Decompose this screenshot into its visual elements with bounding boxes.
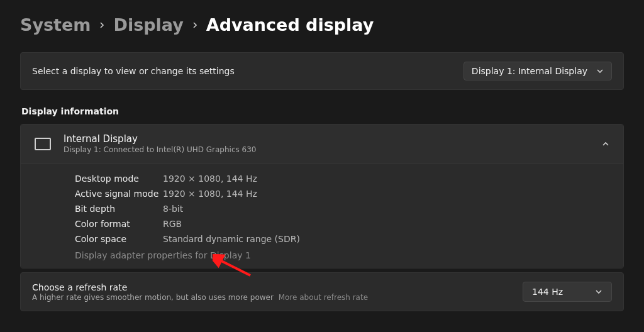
info-row-bit-depth: Bit depth 8-bit <box>75 201 623 216</box>
monitor-icon <box>35 138 51 150</box>
display-info-body: Desktop mode 1920 × 1080, 144 Hz Active … <box>21 163 623 268</box>
chevron-down-icon <box>595 288 602 296</box>
breadcrumb-display[interactable]: Display <box>113 15 183 35</box>
info-row-active-signal: Active signal mode 1920 × 1080, 144 Hz <box>75 186 623 201</box>
display-subtitle: Display 1: Connected to Intel(R) UHD Gra… <box>64 145 589 154</box>
info-label: Desktop mode <box>75 174 163 184</box>
breadcrumb: System Display Advanced display <box>20 15 624 35</box>
info-value: 1920 × 1080, 144 Hz <box>163 174 257 184</box>
breadcrumb-system[interactable]: System <box>20 15 91 35</box>
display-adapter-properties-link[interactable]: Display adapter properties for Display 1 <box>75 250 251 260</box>
display-selector-dropdown[interactable]: Display 1: Internal Display <box>464 62 612 80</box>
refresh-rate-desc-text: A higher rate gives smoother motion, but… <box>32 293 274 302</box>
display-info-header[interactable]: Internal Display Display 1: Connected to… <box>21 124 623 163</box>
refresh-rate-desc: A higher rate gives smoother motion, but… <box>32 293 368 302</box>
breadcrumb-advanced-display: Advanced display <box>206 15 374 35</box>
info-label: Active signal mode <box>75 189 163 199</box>
info-row-color-space: Color space Standard dynamic range (SDR) <box>75 231 623 246</box>
chevron-up-icon <box>602 140 609 148</box>
select-display-panel: Select a display to view or change its s… <box>20 52 624 90</box>
display-info-card: Internal Display Display 1: Connected to… <box>20 124 624 268</box>
refresh-rate-value: 144 Hz <box>532 287 563 297</box>
info-value: RGB <box>163 219 182 229</box>
info-row-color-format: Color format RGB <box>75 216 623 231</box>
select-display-label: Select a display to view or change its s… <box>32 66 235 76</box>
info-row-desktop-mode: Desktop mode 1920 × 1080, 144 Hz <box>75 171 623 186</box>
refresh-rate-dropdown[interactable]: 144 Hz <box>523 282 612 302</box>
chevron-down-icon <box>596 67 604 75</box>
chevron-right-icon <box>191 21 199 29</box>
display-selector-value: Display 1: Internal Display <box>472 66 587 76</box>
display-title: Internal Display <box>64 133 589 145</box>
more-about-refresh-rate-link[interactable]: More about refresh rate <box>279 293 368 302</box>
section-title-display-information: Display information <box>21 106 624 116</box>
refresh-rate-panel: Choose a refresh rate A higher rate give… <box>20 272 624 311</box>
info-label: Color space <box>75 234 163 244</box>
info-value: 8-bit <box>163 204 183 214</box>
info-label: Bit depth <box>75 204 163 214</box>
info-label: Color format <box>75 219 163 229</box>
info-value: Standard dynamic range (SDR) <box>163 234 300 244</box>
chevron-right-icon <box>98 21 106 29</box>
refresh-rate-title: Choose a refresh rate <box>32 282 368 292</box>
info-value: 1920 × 1080, 144 Hz <box>163 189 257 199</box>
